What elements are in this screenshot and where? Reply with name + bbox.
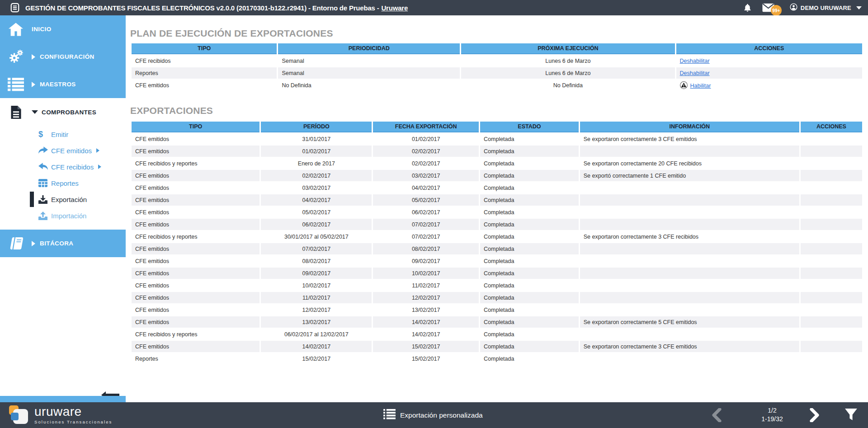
export-cell-periodo: 03/02/2017 xyxy=(261,182,372,193)
gears-icon xyxy=(0,49,32,65)
export-cell-estado: Completada xyxy=(480,207,579,218)
export-row: CFE emitidos14/02/201715/02/2017Completa… xyxy=(132,341,862,352)
plan-cell-proxima: No Definida xyxy=(461,80,675,91)
main-content: PLAN DE EJECUCIÓN DE EXPORTACIONES TIPO … xyxy=(126,15,868,402)
top-bar: GESTIÓN DE COMPROBANTES FISCALES ELECTRÓ… xyxy=(0,0,868,15)
filter-icon[interactable] xyxy=(844,408,858,421)
submenu-item-exportacion[interactable]: Exportación xyxy=(0,191,126,207)
plan-action-link[interactable]: Habilitar xyxy=(690,83,711,89)
export-cell-periodo: 06/02/2017 xyxy=(261,219,372,230)
plan-action-link[interactable]: Deshabilitar xyxy=(680,58,710,64)
export-cell-periodo: 06/02/2017 al 12/02/2017 xyxy=(261,329,372,340)
upload-icon xyxy=(38,212,51,220)
export-cell-informacion xyxy=(580,194,799,206)
export-col-periodo: PERÍODO xyxy=(261,122,372,132)
export-cell-fecha: 07/02/2017 xyxy=(373,219,479,230)
export-cell-fecha: 14/02/2017 xyxy=(373,329,479,340)
chevron-right-icon xyxy=(96,148,99,153)
chevron-right-icon[interactable] xyxy=(808,408,821,422)
export-cell-informacion: Se exportaron correctamente 20 CFE recib… xyxy=(580,158,799,169)
export-table-wrap: TIPO PERÍODO FECHA EXPORTACIÓN ESTADO IN… xyxy=(130,121,863,365)
export-cell-acciones xyxy=(801,329,862,340)
export-cell-estado: Completada xyxy=(480,133,579,145)
export-cell-estado: Completada xyxy=(480,304,579,315)
export-cell-acciones xyxy=(801,353,862,364)
export-cell-periodo: 10/02/2017 xyxy=(261,280,372,291)
export-cell-periodo: 30/01/2017 al 05/02/2017 xyxy=(261,231,372,242)
export-cell-acciones xyxy=(801,231,862,242)
export-cell-acciones xyxy=(801,133,862,145)
pagination-page: 1/2 xyxy=(745,406,799,415)
export-cell-tipo: Reportes xyxy=(132,353,259,364)
export-cell-informacion xyxy=(580,207,799,218)
sidebar-item-maestros[interactable]: MAESTROS xyxy=(0,71,126,98)
custom-export-button[interactable]: Exportación personalizada xyxy=(383,402,483,428)
table-grid-icon xyxy=(38,179,51,187)
plan-action-link[interactable]: Deshabilitar xyxy=(680,70,710,76)
sidebar-item-comprobantes[interactable]: COMPROBANTES xyxy=(0,98,126,126)
export-cell-acciones xyxy=(801,146,862,157)
plan-cell-tipo: CFE recibidos xyxy=(132,55,277,66)
export-cell-tipo: CFE recibidos y reportes xyxy=(132,231,259,242)
export-cell-informacion: Se exportaron correctamente 5 CFE emitid… xyxy=(580,316,799,328)
export-cell-tipo: CFE emitidos xyxy=(132,341,259,352)
envelope-icon[interactable]: 99+ xyxy=(762,3,774,12)
plan-cell-tipo: CFE emitidos xyxy=(132,80,277,91)
uruware-link[interactable]: Uruware xyxy=(381,4,408,12)
submenu-item-reportes[interactable]: Reportes xyxy=(0,175,126,191)
submenu-item-importacion[interactable]: Importación xyxy=(0,207,126,224)
plan-col-tipo: TIPO xyxy=(132,43,277,54)
sidebar-item-bitacora[interactable]: BITÁCORA xyxy=(0,230,126,257)
export-cell-tipo: CFE emitidos xyxy=(132,280,259,291)
export-cell-acciones xyxy=(801,316,862,328)
custom-export-label: Exportación personalizada xyxy=(400,411,483,419)
sidebar-item-label: COMPROBANTES xyxy=(42,109,96,116)
submenu-item-cfe-recibidos[interactable]: CFE recibidos xyxy=(0,159,126,175)
submenu-item-cfe-emitidos[interactable]: CFE emitidos xyxy=(0,142,126,159)
chevron-left-icon[interactable] xyxy=(711,408,723,422)
plan-cell-acciones: Deshabilitar xyxy=(676,67,862,79)
export-cell-periodo: 08/02/2017 xyxy=(261,255,372,267)
export-cell-tipo: CFE emitidos xyxy=(132,316,259,328)
plan-row: ReportesSemanalLunes 6 de MarzoDeshabili… xyxy=(132,67,862,79)
reply-arrow-icon xyxy=(38,163,51,171)
list-icon xyxy=(0,78,32,91)
export-cell-periodo: 07/02/2017 xyxy=(261,243,372,254)
export-row: CFE emitidos02/02/201703/02/2017Completa… xyxy=(132,170,862,181)
export-cell-periodo: 15/02/2017 xyxy=(261,353,372,364)
export-cell-acciones xyxy=(801,255,862,267)
export-cell-fecha: 14/02/2017 xyxy=(373,316,479,328)
submenu-item-emitir[interactable]: $ Emitir xyxy=(0,126,126,142)
export-col-informacion: INFORMACIÓN xyxy=(580,122,799,132)
sidebar-item-label: INICIO xyxy=(32,26,52,33)
export-cell-periodo: 13/02/2017 xyxy=(261,316,372,328)
export-row: CFE recibidos y reportes06/02/2017 al 12… xyxy=(132,329,862,340)
export-cell-periodo: 09/02/2017 xyxy=(261,268,372,279)
submenu-item-label: CFE emitidos xyxy=(51,147,92,155)
bell-icon[interactable] xyxy=(743,3,752,13)
dollar-icon: $ xyxy=(38,130,51,139)
sidebar-item-configuracion[interactable]: CONFIGURACIÓN xyxy=(0,43,126,71)
export-cell-tipo: CFE emitidos xyxy=(132,268,259,279)
export-col-fecha: FECHA EXPORTACIÓN xyxy=(373,122,479,132)
export-cell-fecha: 02/02/2017 xyxy=(373,146,479,157)
export-cell-tipo: CFE emitidos xyxy=(132,292,259,303)
mail-badge: 99+ xyxy=(771,5,782,16)
export-cell-estado: Completada xyxy=(480,316,579,328)
export-cell-acciones xyxy=(801,207,862,218)
logo-text: uruware Soluciones Transaccionales xyxy=(34,405,112,424)
export-cell-periodo: 12/02/2017 xyxy=(261,304,372,315)
download-icon xyxy=(38,195,51,204)
document-icon xyxy=(10,3,20,13)
export-cell-periodo: 02/02/2017 xyxy=(261,170,372,181)
export-cell-acciones xyxy=(801,280,862,291)
sidebar-item-label: MAESTROS xyxy=(40,81,76,88)
user-menu[interactable]: DEMO URUWARE xyxy=(790,3,862,13)
plan-row: CFE recibidosSemanalLunes 6 de MarzoDesh… xyxy=(132,55,862,66)
export-cell-fecha: 03/02/2017 xyxy=(373,170,479,181)
share-arrow-icon xyxy=(38,146,51,155)
submenu-item-label: Importación xyxy=(51,212,86,220)
sidebar-item-inicio[interactable]: INICIO xyxy=(0,15,126,43)
plan-col-acciones: ACCIONES xyxy=(676,43,862,54)
export-cell-estado: Completada xyxy=(480,292,579,303)
